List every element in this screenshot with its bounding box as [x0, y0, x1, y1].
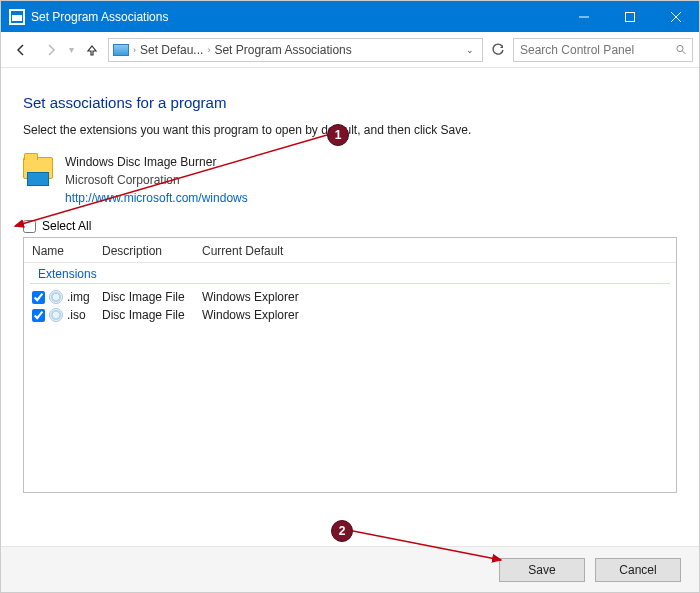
app-icon: [9, 9, 25, 25]
page-title: Set associations for a program: [23, 94, 677, 111]
program-company: Microsoft Corporation: [65, 171, 248, 189]
extensions-list[interactable]: Name Description Current Default Extensi…: [23, 237, 677, 493]
program-icon: [23, 153, 55, 185]
chevron-right-icon: ›: [133, 45, 136, 55]
svg-point-7: [677, 45, 683, 51]
row-checkbox[interactable]: [32, 309, 45, 322]
window-title: Set Program Associations: [31, 10, 561, 24]
svg-rect-2: [12, 13, 22, 15]
search-input[interactable]: [520, 43, 670, 57]
callout-badge-1: 1: [327, 124, 349, 146]
select-all-checkbox[interactable]: [23, 220, 36, 233]
table-row[interactable]: .iso Disc Image File Windows Explorer: [24, 306, 676, 324]
col-def[interactable]: Current Default: [202, 244, 668, 258]
chevron-right-icon: ›: [207, 45, 210, 55]
table-row[interactable]: .img Disc Image File Windows Explorer: [24, 288, 676, 306]
search-icon: [676, 43, 686, 56]
ext-default: Windows Explorer: [202, 290, 668, 304]
control-panel-icon: [113, 44, 129, 56]
footer-bar: Save Cancel: [1, 546, 699, 592]
program-name: Windows Disc Image Burner: [65, 153, 248, 171]
breadcrumb-dropdown-icon[interactable]: ⌄: [462, 45, 478, 55]
svg-line-8: [683, 51, 686, 54]
back-button[interactable]: [7, 36, 35, 64]
cancel-button[interactable]: Cancel: [595, 558, 681, 582]
refresh-button[interactable]: [485, 38, 511, 62]
instruction-text: Select the extensions you want this prog…: [23, 123, 677, 137]
ext-desc: Disc Image File: [102, 290, 202, 304]
up-button[interactable]: [78, 36, 106, 64]
nav-bar: ▾ › Set Defau... › Set Program Associati…: [1, 32, 699, 68]
select-all-row[interactable]: Select All: [23, 219, 677, 233]
search-box[interactable]: [513, 38, 693, 62]
minimize-button[interactable]: [561, 1, 607, 32]
disc-file-icon: [49, 308, 63, 322]
svg-rect-4: [626, 12, 635, 21]
content-area: Set associations for a program Select th…: [1, 68, 699, 503]
disc-file-icon: [49, 290, 63, 304]
forward-button[interactable]: [37, 36, 65, 64]
col-desc[interactable]: Description: [102, 244, 202, 258]
breadcrumb-item[interactable]: Set Program Associations: [214, 43, 351, 57]
callout-badge-2: 2: [331, 520, 353, 542]
title-bar: Set Program Associations: [1, 1, 699, 32]
program-url-link[interactable]: http://www.microsoft.com/windows: [65, 191, 248, 205]
ext-desc: Disc Image File: [102, 308, 202, 322]
breadcrumb[interactable]: › Set Defau... › Set Program Association…: [108, 38, 483, 62]
breadcrumb-item[interactable]: Set Defau...: [140, 43, 203, 57]
close-button[interactable]: [653, 1, 699, 32]
ext-name: .img: [67, 290, 90, 304]
group-label: Extensions: [30, 263, 670, 284]
list-header: Name Description Current Default: [24, 238, 676, 263]
select-all-label: Select All: [42, 219, 91, 233]
maximize-button[interactable]: [607, 1, 653, 32]
ext-name: .iso: [67, 308, 86, 322]
program-info: Windows Disc Image Burner Microsoft Corp…: [23, 153, 677, 207]
col-name[interactable]: Name: [32, 244, 102, 258]
ext-default: Windows Explorer: [202, 308, 668, 322]
save-button[interactable]: Save: [499, 558, 585, 582]
row-checkbox[interactable]: [32, 291, 45, 304]
history-dropdown-icon[interactable]: ▾: [69, 44, 74, 55]
